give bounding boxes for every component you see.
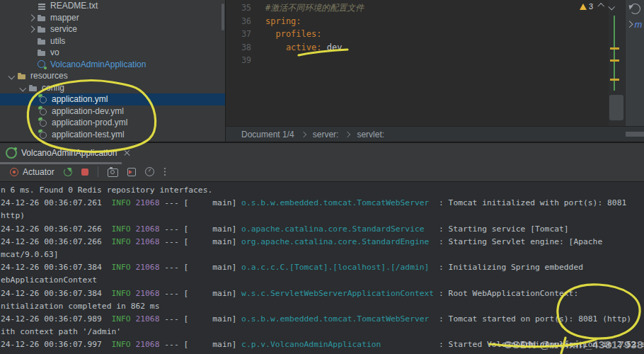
toolbar-divider [98, 166, 98, 177]
tree-item-application-prod.yml[interactable]: application-prod.yml [0, 117, 225, 129]
rerun-button[interactable] [64, 168, 72, 176]
tree-item-VolcanoAdminApplication[interactable]: VolcanoAdminApplication [0, 59, 225, 71]
code-line: active: dev [265, 41, 364, 55]
stop-button[interactable] [81, 169, 88, 176]
close-icon[interactable] [124, 149, 130, 156]
warning-marker[interactable] [610, 59, 619, 62]
folder-icon [37, 47, 47, 57]
line-number: 37 [226, 28, 251, 41]
tab-scrollbar-thumb[interactable] [0, 162, 122, 164]
chevron-expanded-icon[interactable] [6, 70, 17, 81]
folder-icon [37, 24, 47, 34]
console-line: 24-12-26 00:36:07.261 INFO 21068 --- [ m… [1, 197, 644, 210]
console-line: 24-12-26 00:36:07.266 INFO 21068 --- [ m… [1, 236, 644, 249]
tree-item-label: config [42, 83, 64, 93]
more-options-button[interactable] [163, 167, 166, 177]
chevron-expanded-icon[interactable] [17, 82, 28, 93]
warning-icon [580, 4, 587, 10]
code-lines: #激活不同环境的配置文件spring: profiles: active: de… [255, 0, 364, 126]
spring-boot-run-icon [6, 147, 17, 159]
editor-pane: 3536373839 #激活不同环境的配置文件spring: profiles:… [226, 0, 644, 142]
code-line: #激活不同环境的配置文件 [265, 1, 364, 15]
breadcrumb-separator-icon [300, 131, 306, 137]
line-number: 38 [226, 41, 251, 55]
error-stripe[interactable] [609, 0, 626, 126]
tree-item-README.txt[interactable]: README.txt [0, 0, 225, 12]
project-tree[interactable]: README.txtmapperserviceutilsvoVolcanoAdm… [0, 0, 226, 142]
warning-marker[interactable] [610, 47, 619, 50]
console-line: n 6 ms. Found 0 Redis repository interfa… [1, 184, 644, 197]
line-number-gutter: 3536373839 [226, 0, 255, 126]
chevron-right-icon [626, 21, 633, 28]
line-number: 36 [226, 15, 251, 28]
tree-item-service[interactable]: service [0, 23, 225, 35]
console-line: 24-12-26 00:36:07.384 INFO 21068 --- [ m… [1, 261, 644, 274]
console-line: http) [1, 210, 644, 222]
tree-item-utils[interactable]: utils [0, 35, 225, 47]
actuator-label: Actuator [23, 167, 54, 177]
tree-item-label: application-dev.yml [52, 106, 124, 116]
tree-item-label: mapper [50, 13, 79, 23]
breadcrumb-item[interactable]: servlet: [357, 130, 384, 139]
tree-item-label: resources [30, 71, 68, 81]
file-icon [37, 1, 47, 11]
ide-window: README.txtmapperserviceutilsvoVolcanoAdm… [0, 0, 644, 354]
tree-item-label: application-test.yml [52, 130, 125, 139]
breadcrumb-item[interactable]: server: [313, 130, 339, 139]
gauge-button[interactable] [145, 167, 154, 176]
chevron-collapsed-icon[interactable] [25, 12, 37, 23]
reload-changes-icon[interactable] [630, 4, 640, 14]
tree-item-application.yml[interactable]: application.yml [0, 93, 225, 105]
warning-marker[interactable] [610, 79, 619, 81]
console-line: 24-12-26 00:36:07.384 INFO 21068 --- [ m… [1, 287, 644, 300]
inspections-widget[interactable]: 3 [580, 2, 614, 11]
spring-icon [38, 118, 48, 127]
breadcrumb-scrollbar-thumb[interactable] [626, 132, 644, 137]
tree-item-mapper[interactable]: mapper [0, 12, 225, 24]
tree-item-config[interactable]: config [0, 82, 225, 94]
tree-item-vo[interactable]: vo [0, 47, 225, 59]
breadcrumb-separator-icon [345, 131, 350, 137]
tree-item-label: service [50, 24, 77, 34]
tree-item-label: vo [50, 47, 59, 57]
spring-icon [38, 106, 48, 116]
chevron-collapsed-icon[interactable] [25, 23, 37, 35]
class-icon [37, 59, 47, 69]
tree-item-application-dev.yml[interactable]: application-dev.yml [0, 105, 225, 118]
right-strip-hint[interactable]: m [627, 19, 642, 30]
code-area[interactable]: 3536373839 #激活不同环境的配置文件spring: profiles:… [226, 0, 609, 126]
thread-dump-button[interactable] [108, 169, 118, 177]
run-tool-window: VolcanoAdminApplication Actuator n 6 ms.… [0, 142, 644, 354]
line-number: 35 [226, 1, 251, 15]
run-tab-title: VolcanoAdminApplication [21, 148, 117, 158]
editor-scrollbar-thumb[interactable] [609, 95, 623, 120]
console-line: ds (JVM running for 2.591) [1, 351, 644, 354]
run-tab[interactable]: VolcanoAdminApplication [0, 143, 137, 162]
code-line: profiles: [265, 28, 364, 41]
tree-item-label: application-prod.yml [52, 118, 127, 127]
run-console[interactable]: n 6 ms. Found 0 Redis repository interfa… [0, 183, 644, 354]
watermark: CSDN @weixin_43817938 [504, 338, 643, 351]
console-line: nitialization completed in 862 ms [1, 300, 644, 313]
folder-icon [28, 83, 38, 93]
tree-scrollbar-thumb[interactable] [222, 4, 224, 30]
prev-problem-icon[interactable] [598, 3, 604, 9]
editor-split: README.txtmapperserviceutilsvoVolcanoAdm… [0, 0, 644, 142]
warning-count: 3 [589, 2, 593, 11]
breadcrumb-item[interactable]: Document 1/4 [241, 130, 294, 139]
heap-dump-button[interactable] [127, 168, 136, 176]
code-line [265, 54, 364, 67]
actuator-tab[interactable]: Actuator [10, 167, 54, 177]
tree-item-application-test.yml[interactable]: application-test.yml [0, 129, 225, 141]
actuator-icon [10, 168, 18, 176]
line-number: 39 [226, 54, 251, 67]
tree-item-label: application.yml [52, 94, 108, 104]
folder-icon [37, 36, 47, 46]
right-strip-label: m [635, 19, 643, 30]
spring-icon [38, 130, 48, 139]
next-problem-icon[interactable] [608, 3, 614, 9]
console-line: ith context path '/admin' [1, 326, 644, 338]
editor-right-strip: m [625, 0, 644, 126]
tree-item-label: utils [50, 36, 65, 46]
tree-item-resources[interactable]: resources [0, 70, 225, 82]
